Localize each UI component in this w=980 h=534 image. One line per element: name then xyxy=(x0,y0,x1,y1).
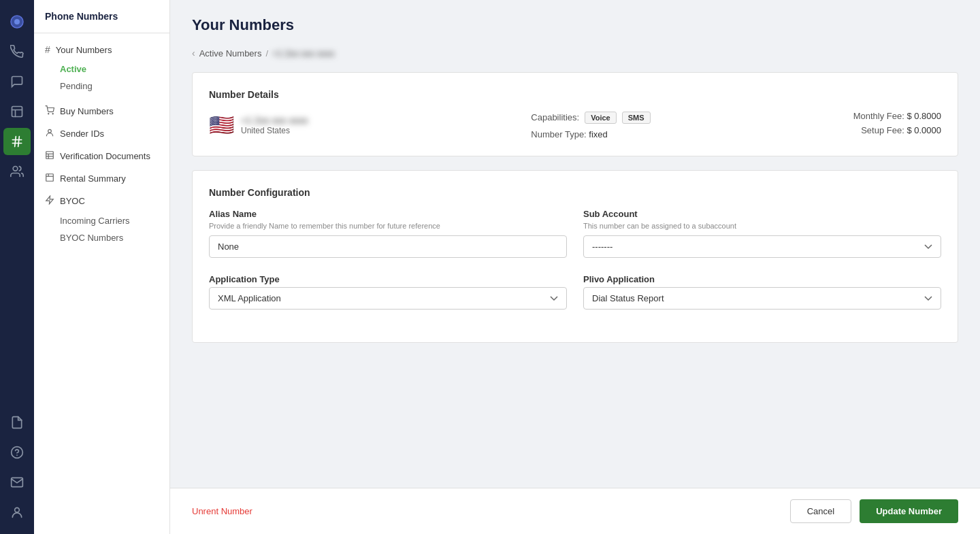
sub-account-field: Sub Account This number can be assigned … xyxy=(583,209,941,258)
sidebar-item-rental-summary-label: Rental Summary xyxy=(60,173,126,184)
capabilities-label: Capabilities: xyxy=(531,112,579,122)
sidebar-sub-item-incoming-carriers[interactable]: Incoming Carriers xyxy=(34,212,169,229)
svg-point-12 xyxy=(52,114,53,114)
sidebar-item-rental-summary[interactable]: Rental Summary xyxy=(34,167,169,190)
number-config-label: Number Configuration xyxy=(209,187,941,198)
numbers-icon[interactable] xyxy=(3,128,31,155)
config-row-2: Application Type XML Application Voice S… xyxy=(209,274,941,310)
sidebar-sub-item-pending[interactable]: Pending xyxy=(34,78,169,95)
svg-rect-18 xyxy=(46,174,54,182)
sms-badge: SMS xyxy=(622,112,651,124)
alias-name-input[interactable] xyxy=(209,235,567,258)
sidebar-sub-item-byoc-numbers[interactable]: BYOC Numbers xyxy=(34,229,169,246)
svg-point-13 xyxy=(48,129,52,133)
config-row-1: Alias Name Provide a friendly Name to re… xyxy=(209,209,941,258)
sidebar-item-byoc[interactable]: BYOC xyxy=(34,190,169,212)
monthly-fee-label: Monthly Fee: xyxy=(853,111,904,121)
byoc-icon xyxy=(45,195,54,207)
alias-name-field: Alias Name Provide a friendly Name to re… xyxy=(209,209,567,258)
icon-bar xyxy=(0,0,34,534)
application-type-field: Application Type XML Application Voice S… xyxy=(209,274,567,310)
number-type-row: Number Type: fixed xyxy=(531,129,836,139)
unrent-number-link[interactable]: Unrent Number xyxy=(192,506,252,516)
contacts-icon[interactable] xyxy=(3,158,31,185)
number-text: +1 2xx xxx xxxx xyxy=(241,115,308,126)
us-flag: 🇺🇸 xyxy=(209,115,234,135)
sms-icon[interactable] xyxy=(3,68,31,95)
alias-name-label: Alias Name xyxy=(209,209,567,219)
setup-fee-row: Setup Fee: $ 0.0000 xyxy=(853,125,941,135)
breadcrumb-separator: / xyxy=(265,48,268,59)
footer-buttons: Cancel Update Number xyxy=(790,499,958,523)
breadcrumb: ‹ Active Numbers / +1 2xx xxx xxxx xyxy=(192,48,958,59)
setup-fee-label: Setup Fee: xyxy=(861,125,904,135)
svg-line-5 xyxy=(15,137,16,147)
number-type-val: fixed xyxy=(589,129,607,139)
svg-point-1 xyxy=(14,19,20,24)
svg-point-7 xyxy=(13,167,18,171)
sidebar-item-buy-numbers[interactable]: Buy Numbers xyxy=(34,100,169,122)
sidebar-sub-item-active[interactable]: Active xyxy=(34,61,169,78)
svg-rect-14 xyxy=(46,152,54,159)
monthly-fee-row: Monthly Fee: $ 0.8000 xyxy=(853,111,941,121)
plivo-application-select[interactable]: Dial Status Report None xyxy=(583,287,941,310)
svg-line-6 xyxy=(18,137,20,147)
update-number-button[interactable]: Update Number xyxy=(860,499,958,523)
rental-icon xyxy=(45,173,54,184)
hash-icon: # xyxy=(45,44,50,55)
cancel-button[interactable]: Cancel xyxy=(790,499,851,523)
plivo-application-field: Plivo Application Dial Status Report Non… xyxy=(583,274,941,310)
svg-point-11 xyxy=(48,114,49,114)
main: Your Numbers ‹ Active Numbers / +1 2xx x… xyxy=(170,0,980,534)
capabilities-row: Capabilities: Voice SMS xyxy=(531,112,836,124)
sidebar-item-buy-numbers-label: Buy Numbers xyxy=(60,106,114,116)
user-settings-icon[interactable] xyxy=(3,499,31,526)
voice-badge: Voice xyxy=(585,112,617,124)
sidebar-item-sender-ids[interactable]: Sender IDs xyxy=(34,122,169,145)
sidebar-item-byoc-label: BYOC xyxy=(60,196,85,206)
sidebar-section-your-numbers: # Your Numbers Active Pending xyxy=(34,33,169,100)
number-country: United States xyxy=(241,126,308,135)
sidebar-item-your-numbers[interactable]: # Your Numbers xyxy=(34,39,169,61)
number-type-label: Number Type: xyxy=(531,129,586,139)
sender-icon xyxy=(45,128,54,139)
svg-point-10 xyxy=(15,507,20,512)
setup-fee-val: $ 0.0000 xyxy=(906,125,941,135)
monthly-fee-val: $ 0.8000 xyxy=(906,111,941,121)
fees-block: Monthly Fee: $ 0.8000 Setup Fee: $ 0.000… xyxy=(853,111,941,139)
number-details-label: Number Details xyxy=(209,89,941,100)
alias-name-hint: Provide a friendly Name to remember this… xyxy=(209,222,567,230)
sidebar-item-verification-docs-label: Verification Documents xyxy=(60,151,150,161)
plivo-application-label: Plivo Application xyxy=(583,274,941,284)
help-icon[interactable] xyxy=(3,439,31,466)
main-content: Your Numbers ‹ Active Numbers / +1 2xx x… xyxy=(170,0,980,488)
reports-icon[interactable] xyxy=(3,409,31,436)
application-type-label: Application Type xyxy=(209,274,567,284)
number-flag-block: 🇺🇸 +1 2xx xxx xxxx United States xyxy=(209,115,514,135)
sub-account-select[interactable]: ------- xyxy=(583,235,941,258)
doc-icon xyxy=(45,150,54,162)
sidebar-item-your-numbers-label: Your Numbers xyxy=(56,45,112,55)
breadcrumb-current: +1 2xx xxx xxxx xyxy=(272,48,334,59)
breadcrumb-link[interactable]: Active Numbers xyxy=(199,48,262,59)
footer-bar: Unrent Number Cancel Update Number xyxy=(170,488,980,534)
application-type-select[interactable]: XML Application Voice SDK xyxy=(209,287,567,310)
number-details-row: 🇺🇸 +1 2xx xxx xxxx United States Capabil… xyxy=(209,111,941,139)
number-config-card: Number Configuration Alias Name Provide … xyxy=(192,170,958,343)
sub-account-hint: This number can be assigned to a subacco… xyxy=(583,222,941,230)
calls-icon[interactable] xyxy=(3,38,31,65)
cart-icon xyxy=(45,105,54,117)
capabilities-block: Capabilities: Voice SMS Number Type: fix… xyxy=(531,112,836,139)
mail-icon[interactable] xyxy=(3,469,31,496)
mms-icon[interactable] xyxy=(3,98,31,125)
sidebar-title: Phone Numbers xyxy=(34,11,169,33)
sidebar-item-verification-docs[interactable]: Verification Documents xyxy=(34,145,169,167)
sub-account-label: Sub Account xyxy=(583,209,941,219)
svg-rect-2 xyxy=(12,107,22,117)
breadcrumb-back-icon: ‹ xyxy=(192,48,195,59)
logo-icon[interactable] xyxy=(3,8,31,35)
page-title: Your Numbers xyxy=(192,16,958,34)
number-details-card: Number Details 🇺🇸 +1 2xx xxx xxxx United… xyxy=(192,72,958,156)
sidebar: Phone Numbers # Your Numbers Active Pend… xyxy=(34,0,170,534)
sidebar-item-sender-ids-label: Sender IDs xyxy=(60,129,104,139)
